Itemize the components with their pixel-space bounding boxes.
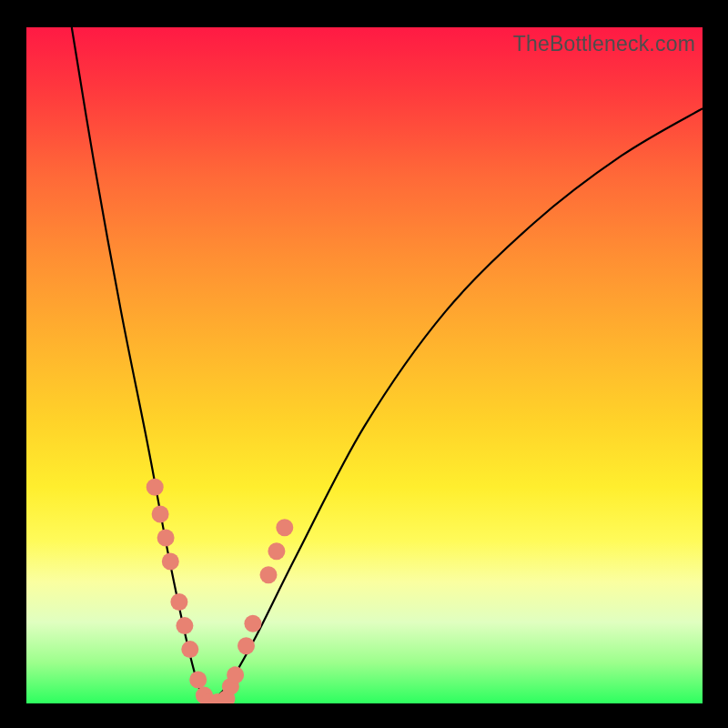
data-marker [181, 641, 198, 658]
right-curve [210, 108, 703, 703]
chart-svg [26, 27, 703, 703]
data-marker [152, 506, 169, 523]
data-marker [176, 617, 193, 634]
data-marker [244, 615, 261, 632]
data-marker [170, 593, 187, 611]
data-marker [147, 479, 164, 496]
data-marker [189, 672, 207, 689]
data-marker [260, 566, 278, 583]
data-marker [227, 666, 244, 683]
data-markers [147, 479, 294, 703]
chart-frame: TheBottleneck.com [0, 0, 728, 728]
data-marker [268, 542, 285, 560]
left-curve [72, 27, 210, 703]
data-marker [276, 519, 293, 536]
data-marker [162, 553, 179, 571]
data-marker [157, 530, 175, 547]
data-marker [238, 637, 255, 654]
plot-area: TheBottleneck.com [26, 27, 703, 703]
